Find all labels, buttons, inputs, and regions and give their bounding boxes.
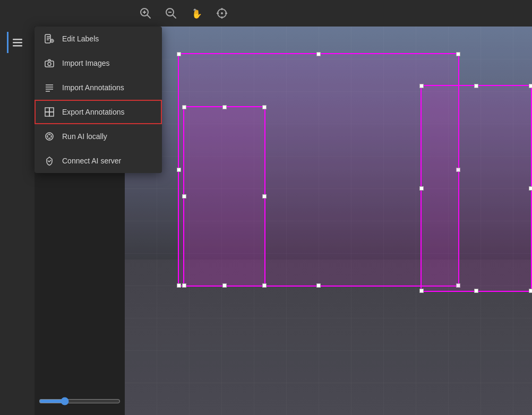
menu-item-run-ai-locally[interactable]: Run AI locally bbox=[35, 124, 162, 149]
camera-icon bbox=[44, 58, 55, 68]
menu-item-import-annotations[interactable]: Import Annotations bbox=[35, 75, 162, 100]
svg-rect-17 bbox=[45, 34, 50, 43]
label-icon bbox=[44, 33, 55, 44]
svg-point-25 bbox=[48, 63, 51, 66]
svg-point-9 bbox=[221, 12, 223, 14]
scene-background bbox=[125, 27, 532, 415]
svg-rect-14 bbox=[13, 39, 22, 40]
pan-icon[interactable]: ✋ bbox=[189, 6, 204, 21]
svg-rect-24 bbox=[45, 61, 54, 67]
zoom-in-icon[interactable] bbox=[138, 6, 153, 21]
svg-rect-16 bbox=[13, 45, 22, 47]
left-sidebar bbox=[0, 27, 35, 415]
svg-text:✋: ✋ bbox=[192, 9, 202, 19]
menu-label-run-ai-locally: Run AI locally bbox=[62, 132, 107, 141]
toolbar-icons: ✋ bbox=[138, 6, 229, 21]
menu-label-import-images: Import Images bbox=[62, 59, 109, 67]
menu-button[interactable] bbox=[7, 32, 28, 53]
svg-rect-32 bbox=[45, 112, 49, 116]
svg-line-1 bbox=[148, 15, 151, 19]
svg-rect-30 bbox=[45, 108, 49, 112]
menu-item-export-annotations[interactable]: Export Annotations bbox=[35, 100, 162, 124]
person-annotation-box[interactable] bbox=[183, 106, 265, 287]
menu-label-connect-ai-server: Connect AI server bbox=[62, 157, 121, 165]
svg-marker-34 bbox=[157, 104, 162, 117]
ai-local-icon bbox=[44, 131, 55, 142]
menu-label-edit-labels: Edit Labels bbox=[62, 34, 99, 43]
zoom-out-icon[interactable] bbox=[164, 6, 178, 21]
red-arrow-indicator bbox=[157, 103, 162, 122]
menu-label-import-annotations: Import Annotations bbox=[62, 83, 124, 92]
svg-rect-33 bbox=[49, 112, 54, 116]
menu-item-connect-ai-server[interactable]: Connect AI server bbox=[35, 149, 162, 173]
svg-rect-15 bbox=[13, 42, 22, 44]
svg-rect-31 bbox=[49, 108, 54, 112]
import-annot-icon bbox=[44, 82, 55, 93]
menu-label-export-annotations: Export Annotations bbox=[62, 108, 125, 116]
svg-line-5 bbox=[173, 15, 176, 19]
main-canvas bbox=[125, 27, 532, 415]
ai-server-icon bbox=[44, 155, 55, 166]
menu-item-edit-labels[interactable]: Edit Labels bbox=[35, 27, 162, 51]
dropdown-menu: Edit Labels Import Images Import Annotat… bbox=[35, 27, 162, 173]
zoom-slider-container bbox=[39, 397, 121, 411]
export-annot-icon bbox=[44, 107, 55, 117]
zoom-slider[interactable] bbox=[39, 397, 121, 405]
menu-item-import-images[interactable]: Import Images bbox=[35, 51, 162, 75]
crosshair-icon[interactable] bbox=[214, 6, 229, 21]
vehicle-right-annotation-box[interactable] bbox=[421, 85, 532, 292]
top-toolbar: ✋ bbox=[0, 0, 532, 27]
